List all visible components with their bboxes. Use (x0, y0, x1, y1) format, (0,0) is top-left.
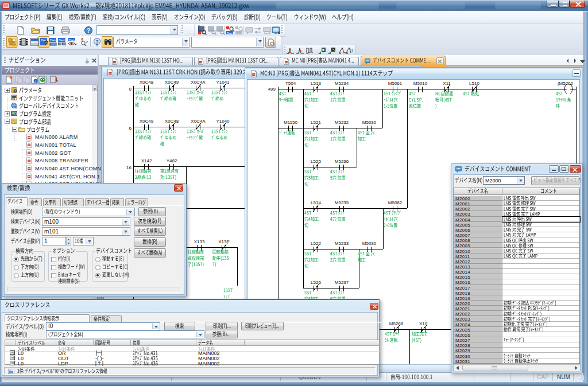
svg-text:X13E: X13E (218, 239, 230, 244)
svg-text:X10: X10 (419, 321, 428, 326)
svg-text:M5082: M5082 (388, 200, 403, 205)
svg-text:M5234: M5234 (335, 81, 349, 86)
svg-text:Y482: Y482 (167, 158, 177, 163)
svg-text:L510: L510 (469, 81, 479, 86)
svg-text:M5233: M5233 (335, 241, 349, 246)
svg-text:M5061: M5061 (388, 81, 403, 86)
svg-text:X133: X133 (194, 239, 205, 244)
svg-text:(M5262: (M5262 (558, 81, 574, 86)
svg-text:X142: X142 (141, 158, 152, 163)
svg-text:T504: T504 (285, 81, 296, 86)
svg-text:Dev: Dev (69, 38, 75, 42)
svg-text:M5030: M5030 (362, 120, 377, 125)
svg-text:6: 6 (129, 126, 132, 131)
svg-text:X0C49: X0C49 (165, 80, 179, 85)
svg-text:L513: L513 (311, 81, 321, 86)
svg-text:Dev: Dev (59, 38, 65, 42)
svg-text:L525: L525 (311, 159, 321, 164)
svg-text:M5236: M5236 (335, 159, 349, 164)
svg-text:X11: X11 (443, 81, 451, 86)
svg-text:0: 0 (129, 87, 132, 92)
svg-text:M5268: M5268 (389, 321, 404, 326)
svg-text:Y1040: Y1040 (216, 119, 230, 124)
svg-text:X0C4A: X0C4A (191, 119, 206, 124)
svg-text:L522: L522 (311, 241, 321, 246)
svg-text:M1150: M1150 (284, 120, 297, 125)
svg-text:M5232: M5232 (335, 120, 349, 125)
svg-text:L514: L514 (311, 200, 321, 205)
svg-text:?: ? (87, 28, 90, 34)
svg-text:M5010: M5010 (413, 81, 428, 86)
svg-text:X0C4A: X0C4A (191, 80, 206, 85)
svg-text:i: i (35, 80, 36, 83)
svg-text:L526: L526 (311, 280, 321, 285)
svg-text:M5235: M5235 (335, 200, 349, 205)
svg-text:X0C49: X0C49 (140, 119, 154, 124)
svg-text:X0C48: X0C48 (165, 119, 179, 124)
svg-text:X0C48: X0C48 (140, 80, 154, 85)
svg-text:16: 16 (126, 165, 131, 170)
svg-text:?: ? (95, 39, 99, 45)
svg-text:M5237: M5237 (335, 280, 349, 285)
svg-text:M5030: M5030 (362, 241, 377, 246)
svg-text:499: 499 (268, 87, 276, 92)
svg-text:Dev: Dev (227, 32, 233, 35)
svg-text:Y1041: Y1041 (216, 80, 230, 85)
svg-text:Dev: Dev (50, 38, 56, 42)
svg-text:L521: L521 (311, 120, 321, 125)
